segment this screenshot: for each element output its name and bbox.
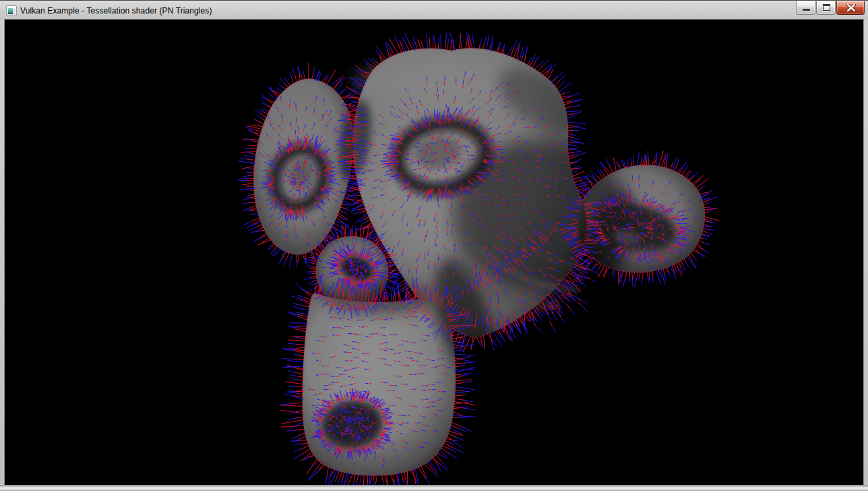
minimize-icon <box>803 9 810 11</box>
titlebar[interactable]: Vulkan Example - Tessellation shader (PN… <box>0 0 868 20</box>
render-viewport[interactable] <box>5 20 863 485</box>
close-icon <box>846 4 856 12</box>
render-canvas <box>5 20 863 485</box>
minimize-button[interactable] <box>796 1 815 15</box>
window-controls <box>795 1 865 15</box>
maximize-button[interactable] <box>816 1 836 15</box>
app-window: Vulkan Example - Tessellation shader (PN… <box>0 0 868 491</box>
maximize-icon <box>823 4 830 11</box>
window-frame-bottom <box>0 485 868 491</box>
window-title: Vulkan Example - Tessellation shader (PN… <box>20 6 212 16</box>
app-icon[interactable] <box>6 5 17 16</box>
close-button[interactable] <box>836 1 865 15</box>
